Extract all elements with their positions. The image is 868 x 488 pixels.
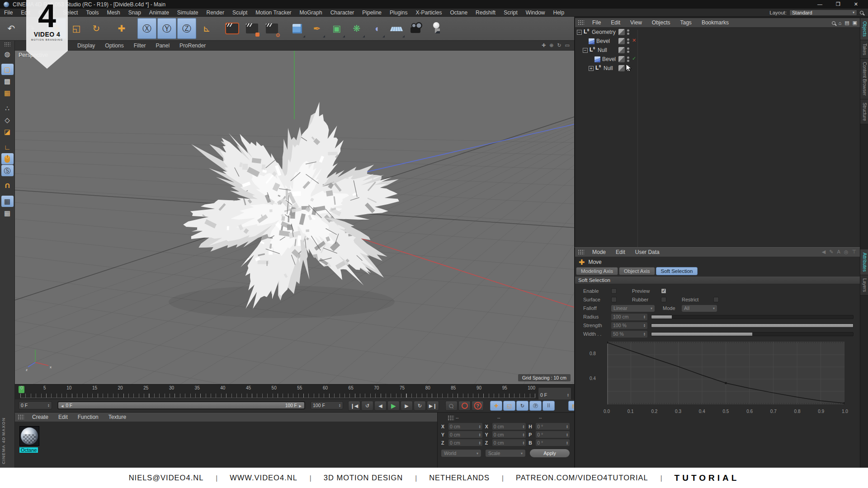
- render-view-icon[interactable]: [222, 18, 241, 39]
- generator-state-icon[interactable]: ✓: [632, 56, 636, 61]
- kf-parameter-button[interactable]: Ⓟ: [529, 401, 542, 411]
- step-forward-button[interactable]: ▶: [401, 401, 413, 411]
- viewport-mouse-icon[interactable]: [1, 153, 14, 164]
- toggle-view-icon[interactable]: ▭: [565, 42, 570, 48]
- menu-item[interactable]: Simulate: [173, 9, 203, 16]
- material-thumbnail[interactable]: [19, 426, 39, 446]
- object-name[interactable]: Null: [598, 47, 607, 53]
- kf-position-button[interactable]: ✚: [490, 401, 502, 411]
- mode-dropdown[interactable]: All: [682, 305, 717, 312]
- step-back-button[interactable]: ◀: [374, 401, 387, 411]
- keyframe-button[interactable]: Ϙ: [445, 401, 458, 411]
- rotate-view-icon[interactable]: ↻: [557, 42, 561, 48]
- lock-x-axis-icon[interactable]: Ⓧ: [137, 18, 156, 39]
- object-manager-menu-item[interactable]: Objects: [647, 19, 675, 26]
- browser-icon[interactable]: ▣: [853, 20, 857, 26]
- kf-rotation-button[interactable]: ↻: [516, 401, 528, 411]
- layer-color-chip[interactable]: [618, 47, 625, 53]
- lock-z-axis-icon[interactable]: Ⓩ: [177, 18, 196, 39]
- object-manager-menu-item[interactable]: Bookmarks: [697, 19, 733, 26]
- layout-dropdown[interactable]: Standard▾: [789, 9, 857, 16]
- object-manager-menu-item[interactable]: View: [626, 19, 646, 26]
- attribute-tab[interactable]: Modeling Axis: [576, 267, 618, 275]
- radius-field[interactable]: 100 cm: [611, 314, 647, 320]
- workplane-rotate-icon[interactable]: ▦: [1, 207, 14, 219]
- palette-grip[interactable]: [578, 20, 584, 25]
- palette-grip[interactable]: [4, 42, 10, 47]
- viewport-menu-item[interactable]: Filter: [129, 42, 151, 49]
- object-name[interactable]: Null: [604, 65, 613, 71]
- zoom-view-icon[interactable]: ⊕: [549, 42, 553, 48]
- attribute-tab[interactable]: Object Axis: [619, 267, 655, 275]
- viewport-menu-item[interactable]: Options: [100, 42, 128, 49]
- pen-icon[interactable]: ✎: [829, 249, 833, 255]
- add-cube-icon[interactable]: [288, 18, 307, 39]
- spinner-arrows-icon[interactable]: [47, 404, 50, 407]
- enable-checkbox[interactable]: [611, 288, 617, 294]
- preview-checkbox[interactable]: [661, 288, 666, 294]
- arrow-back-icon[interactable]: ◀: [822, 249, 826, 255]
- transform-mode-dropdown[interactable]: Scale: [486, 450, 525, 457]
- menu-item[interactable]: Character: [326, 9, 359, 16]
- strength-slider[interactable]: [651, 324, 854, 328]
- add-subdivision-icon[interactable]: ▣: [327, 18, 346, 39]
- material-menu-item[interactable]: Edit: [54, 414, 72, 420]
- kf-scale-button[interactable]: ◱: [503, 401, 515, 411]
- render-picture-viewer-icon[interactable]: [242, 18, 261, 39]
- attribute-menu-item[interactable]: User Data: [631, 249, 664, 255]
- record-button[interactable]: [458, 401, 471, 411]
- loop-button[interactable]: ↻: [414, 401, 426, 411]
- attribute-tab[interactable]: Soft Selection: [656, 267, 698, 275]
- workplane-lock-icon[interactable]: ▦: [1, 196, 14, 207]
- rotate-tool-icon[interactable]: ↻: [87, 18, 106, 39]
- coord-system-icon[interactable]: ⊾: [197, 18, 216, 39]
- frame-start-field[interactable]: 0 F: [19, 401, 52, 409]
- radius-slider[interactable]: [651, 315, 854, 319]
- palette-grip[interactable]: [578, 249, 584, 255]
- material-name[interactable]: Octane: [19, 447, 38, 453]
- goto-end-button[interactable]: ▶❙: [427, 401, 439, 411]
- rotation-field[interactable]: 0 °: [536, 439, 570, 446]
- palette-grip[interactable]: [18, 414, 24, 420]
- attribute-menu-item[interactable]: Edit: [611, 249, 630, 255]
- width-slider[interactable]: [651, 332, 854, 336]
- layer-color-chip[interactable]: [618, 65, 625, 71]
- menu-item[interactable]: Script: [500, 9, 522, 16]
- snap-icon[interactable]: Ⓢ: [1, 165, 14, 176]
- falloff-curve[interactable]: [607, 342, 844, 404]
- scale-field[interactable]: 0 cm: [492, 431, 526, 438]
- coord-space-dropdown[interactable]: World: [441, 450, 481, 457]
- object-name[interactable]: Bevel: [602, 56, 616, 62]
- magnet-snap-icon[interactable]: U: [1, 180, 14, 192]
- menu-item[interactable]: Redshift: [472, 9, 500, 16]
- panel-tab[interactable]: Content Browser: [860, 59, 868, 99]
- menu-item[interactable]: Octane: [446, 9, 472, 16]
- last-tool-icon[interactable]: ✚: [112, 18, 131, 39]
- material-menu-item[interactable]: Function: [73, 414, 103, 420]
- lock-y-axis-icon[interactable]: Ⓨ: [157, 18, 176, 39]
- object-tree-row[interactable]: Bevel ✕: [575, 37, 860, 46]
- object-name[interactable]: Bevel: [596, 38, 610, 44]
- polygons-mode-icon[interactable]: ◪: [1, 126, 14, 137]
- object-manager-menu-item[interactable]: File: [588, 19, 605, 26]
- scale-field[interactable]: 0 cm: [492, 439, 526, 446]
- position-field[interactable]: 0 cm: [448, 423, 482, 430]
- menu-item[interactable]: MoGraph: [296, 9, 326, 16]
- add-deformer-icon[interactable]: ◖: [367, 18, 386, 39]
- add-spline-icon[interactable]: ✒: [307, 18, 326, 39]
- make-editable-icon[interactable]: ◍: [1, 48, 14, 60]
- spinner-arrows-icon[interactable]: [567, 393, 569, 397]
- pan-view-icon[interactable]: ✚: [542, 42, 546, 48]
- play-backwards-button[interactable]: ↺: [361, 401, 373, 411]
- edges-mode-icon[interactable]: ◇: [1, 114, 14, 126]
- viewport-menu-item[interactable]: Panel: [151, 42, 174, 49]
- points-mode-icon[interactable]: ∴: [1, 103, 14, 114]
- expand-toggle[interactable]: −: [577, 30, 582, 35]
- panel-tab[interactable]: Attributes: [860, 249, 868, 275]
- model-mode-icon[interactable]: ▢: [1, 64, 14, 75]
- palette-grip[interactable]: [448, 415, 454, 421]
- object-tree-row[interactable]: + Null: [575, 64, 860, 73]
- enable-axis-icon[interactable]: ∟: [1, 141, 14, 153]
- search-icon[interactable]: [832, 21, 835, 25]
- text-a-icon[interactable]: A: [837, 249, 840, 255]
